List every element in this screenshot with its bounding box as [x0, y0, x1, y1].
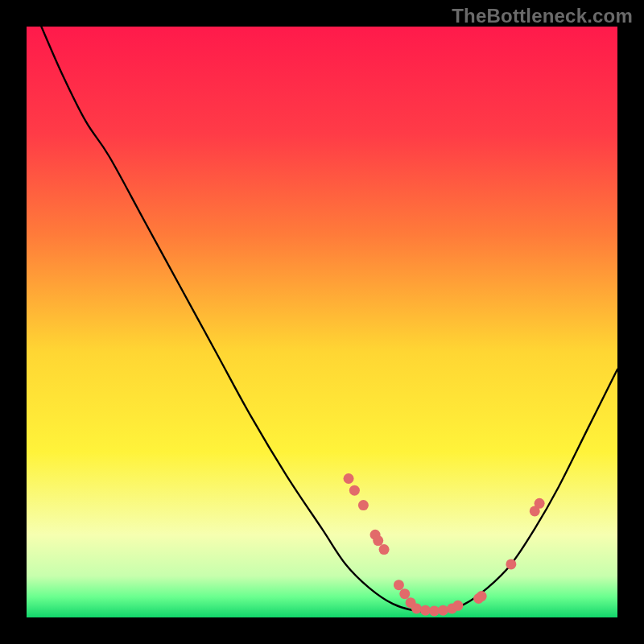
chart-root: TheBottleneck.com	[0, 0, 644, 644]
data-point	[429, 605, 440, 616]
data-point	[506, 559, 516, 569]
watermark-text: TheBottleneck.com	[452, 5, 633, 27]
data-point	[452, 601, 463, 611]
data-point	[438, 605, 448, 616]
data-point	[420, 605, 431, 616]
points-layer	[27, 27, 617, 617]
data-point	[379, 544, 390, 555]
data-point	[477, 591, 487, 601]
data-point	[349, 485, 360, 496]
plot-area	[27, 27, 617, 617]
data-point	[535, 498, 545, 509]
data-point	[373, 535, 383, 546]
data-point	[344, 473, 354, 484]
data-point	[358, 500, 369, 510]
data-point	[394, 580, 404, 590]
data-point-group	[344, 473, 545, 616]
data-point	[399, 588, 410, 599]
data-point	[411, 603, 422, 613]
